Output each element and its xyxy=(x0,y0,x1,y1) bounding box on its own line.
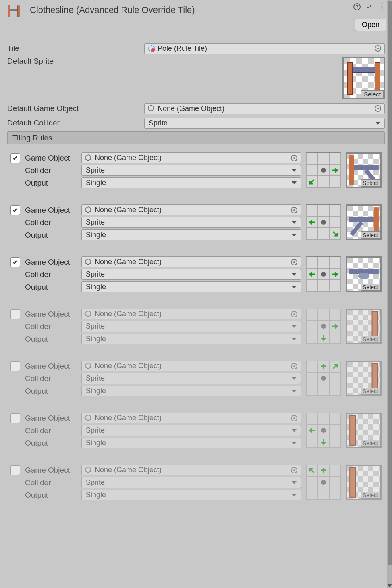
open-button[interactable]: Open xyxy=(355,19,386,31)
rule-grid-cell[interactable] xyxy=(306,384,318,396)
game-object-field[interactable]: None (Game Object) xyxy=(81,361,301,371)
collider-dropdown[interactable]: Sprite xyxy=(81,217,301,228)
rule-grid-cell[interactable] xyxy=(329,257,341,269)
rule-grid-cell[interactable] xyxy=(306,176,318,188)
game-object-field[interactable]: None (Game Object) xyxy=(81,465,301,475)
rule-grid-cell[interactable] xyxy=(329,280,341,292)
rule-grid-cell[interactable] xyxy=(329,309,341,321)
rule-grid-cell[interactable] xyxy=(329,373,341,384)
default-sprite-preview[interactable]: Select xyxy=(342,57,385,99)
default-collider-dropdown[interactable]: Sprite xyxy=(144,118,385,129)
rule-grid-cell[interactable] xyxy=(318,165,330,176)
rule-grid-cell[interactable] xyxy=(329,465,341,477)
select-button[interactable]: Select xyxy=(361,440,380,447)
rule-grid[interactable] xyxy=(306,361,341,396)
rule-grid-cell[interactable] xyxy=(329,332,341,344)
rule-grid-cell[interactable] xyxy=(318,228,330,240)
rule-grid-cell[interactable] xyxy=(318,477,330,488)
rule-grid-cell[interactable] xyxy=(318,413,330,425)
rule-grid-cell[interactable] xyxy=(306,488,318,500)
game-object-field[interactable]: None (Game Object) xyxy=(81,309,301,319)
rule-grid-cell[interactable] xyxy=(329,228,341,240)
rule-grid-cell[interactable] xyxy=(306,361,318,373)
rule-grid-cell[interactable] xyxy=(329,425,341,436)
rule-preview[interactable]: Select xyxy=(346,413,382,448)
rule-grid-cell[interactable] xyxy=(318,373,330,384)
rule-grid-cell[interactable] xyxy=(318,205,330,217)
rule-grid-cell[interactable] xyxy=(318,217,330,228)
chevron-down-icon[interactable] xyxy=(387,584,392,587)
default-game-object-field[interactable]: None (Game Object) xyxy=(144,103,385,114)
rule-grid-cell[interactable] xyxy=(306,228,318,240)
collider-dropdown[interactable]: Sprite xyxy=(81,373,301,384)
rule-grid-cell[interactable] xyxy=(318,425,330,436)
rule-grid-cell[interactable] xyxy=(329,153,341,165)
rule-checkbox[interactable] xyxy=(10,413,20,423)
rule-grid-cell[interactable] xyxy=(329,361,341,373)
menu-icon[interactable]: ⋮ xyxy=(377,4,386,9)
rule-grid-cell[interactable] xyxy=(306,217,318,228)
rule-grid-cell[interactable] xyxy=(329,477,341,488)
object-picker-icon[interactable] xyxy=(291,311,297,317)
select-button[interactable]: Select xyxy=(361,388,380,395)
collider-dropdown[interactable]: Sprite xyxy=(81,269,301,280)
object-picker-icon[interactable] xyxy=(291,207,297,213)
rule-preview[interactable]: Select xyxy=(346,152,382,188)
rule-grid-cell[interactable] xyxy=(329,413,341,425)
rule-grid[interactable] xyxy=(306,413,341,448)
rule-grid-cell[interactable] xyxy=(306,321,318,332)
rule-grid-cell[interactable] xyxy=(329,321,341,332)
rule-grid[interactable] xyxy=(306,152,341,188)
rule-grid-cell[interactable] xyxy=(318,332,330,344)
rule-grid[interactable] xyxy=(306,256,341,292)
object-picker-icon[interactable] xyxy=(375,105,381,112)
output-dropdown[interactable]: Single xyxy=(81,490,301,500)
rule-grid[interactable] xyxy=(306,204,341,240)
rule-grid-cell[interactable] xyxy=(329,205,341,217)
rule-grid-cell[interactable] xyxy=(306,257,318,269)
rule-grid-cell[interactable] xyxy=(318,257,330,269)
select-button[interactable]: Select xyxy=(361,90,384,98)
scrollbar[interactable] xyxy=(387,0,392,588)
rule-checkbox[interactable]: ✔ xyxy=(10,257,20,267)
rule-grid-cell[interactable] xyxy=(318,361,330,373)
rule-checkbox[interactable]: ✔ xyxy=(10,205,20,215)
rule-grid-cell[interactable] xyxy=(306,413,318,425)
rule-grid-cell[interactable] xyxy=(318,269,330,280)
rule-grid[interactable] xyxy=(306,309,341,344)
select-button[interactable]: Select xyxy=(361,284,380,291)
rule-grid-cell[interactable] xyxy=(306,477,318,488)
output-dropdown[interactable]: Single xyxy=(81,177,301,188)
select-button[interactable]: Select xyxy=(361,179,380,187)
select-button[interactable]: Select xyxy=(361,336,380,343)
rule-preview[interactable]: Select xyxy=(346,465,382,500)
rule-checkbox[interactable]: ✔ xyxy=(10,153,20,163)
rule-grid-cell[interactable] xyxy=(318,309,330,321)
rule-grid-cell[interactable] xyxy=(306,165,318,176)
rule-grid-cell[interactable] xyxy=(318,280,330,292)
rule-grid-cell[interactable] xyxy=(318,488,330,500)
rule-checkbox[interactable] xyxy=(10,309,20,319)
scrollbar-thumb[interactable] xyxy=(388,1,392,565)
rule-grid-cell[interactable] xyxy=(329,165,341,176)
rule-grid-cell[interactable] xyxy=(306,436,318,448)
help-icon[interactable]: ? xyxy=(353,3,361,10)
object-picker-icon[interactable] xyxy=(291,155,297,161)
rule-grid-cell[interactable] xyxy=(318,384,330,396)
select-button[interactable]: Select xyxy=(361,492,380,499)
rule-grid-cell[interactable] xyxy=(329,488,341,500)
rule-grid-cell[interactable] xyxy=(318,465,330,477)
rule-grid-cell[interactable] xyxy=(318,321,330,332)
output-dropdown[interactable]: Single xyxy=(81,281,301,292)
rule-grid-cell[interactable] xyxy=(306,153,318,165)
output-dropdown[interactable]: Single xyxy=(81,334,301,344)
rule-preview[interactable]: Select xyxy=(346,204,382,240)
object-picker-icon[interactable] xyxy=(291,415,297,421)
rule-grid-cell[interactable] xyxy=(318,436,330,448)
rule-preview[interactable]: Select xyxy=(346,361,382,396)
game-object-field[interactable]: None (Game Object) xyxy=(81,152,301,163)
rule-grid-cell[interactable] xyxy=(306,332,318,344)
rule-grid-cell[interactable] xyxy=(318,153,330,165)
rule-grid-cell[interactable] xyxy=(306,280,318,292)
rule-grid-cell[interactable] xyxy=(306,205,318,217)
